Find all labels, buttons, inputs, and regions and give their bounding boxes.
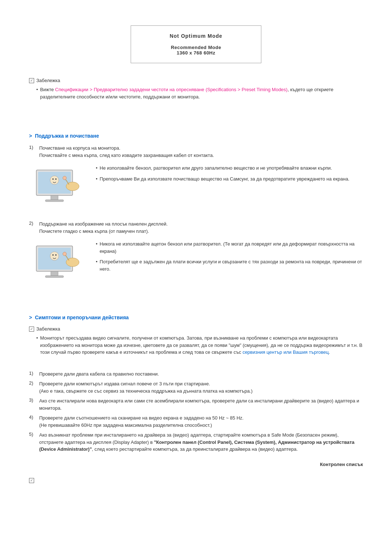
svg-rect-13 <box>45 276 64 278</box>
svg-point-6 <box>55 178 57 180</box>
section-symptoms-title: Симптоми и препоръчани действияa <box>35 315 128 320</box>
note-bullet-2: Мониторът пресъздава видео сигналите, по… <box>36 335 363 356</box>
cleaning-item-1: 1) Почистване на корпуса на монитора. По… <box>29 145 363 212</box>
cleaning-bullet-1-1: Не използвайте бензол, разтворител или д… <box>96 165 363 172</box>
section-symptoms-arrow: > <box>29 315 32 320</box>
check-text-2: Проверете дали компютърът издава сигнал … <box>39 380 253 394</box>
svg-point-4 <box>50 176 59 185</box>
cleaning-num-2: 2) <box>29 220 36 226</box>
note-content-2: Мониторът пресъздава видео сигналите, по… <box>36 335 363 356</box>
svg-point-14 <box>50 252 59 260</box>
check-text-2-main: Проверете дали компютърът издава сигнал … <box>39 380 253 388</box>
cleaning-bullets-1: Не използвайте бензол, разтворител или д… <box>96 165 363 212</box>
cleaning-bullet-text-1-2: Препоръчваме Ви да използвате почистващо… <box>100 175 350 183</box>
cleaning-title-2: Поддържане на изображение на плосък пане… <box>39 220 168 228</box>
monitor-image-2 <box>29 240 87 288</box>
cleaning-content-row-2: Никога не използвайте ацетон бензол или … <box>29 240 363 288</box>
cleaning-text-2: Поддържане на изображение на плосък пане… <box>39 220 168 235</box>
section-symptoms-header: > Симптоми и препоръчани действияa <box>29 315 363 320</box>
check-item-3: 3) Ако сте инсталирали нова видеокарта и… <box>29 397 363 412</box>
bottom-checkbox <box>29 478 363 483</box>
mode-box-title: Not Optimum Mode <box>146 33 246 39</box>
link-service-center[interactable]: сервизния център или Вашия търговец <box>242 349 328 355</box>
svg-point-16 <box>55 254 57 256</box>
checklist-footer-text: Контролен списък <box>320 462 363 467</box>
cleaning-bullet-2-1: Никога не използвайте ацетон бензол или … <box>96 240 363 255</box>
mode-box: Not Optimum Mode Recommended Mode 1360 x… <box>131 25 261 63</box>
checklist-footer: Контролен списък <box>29 462 363 467</box>
note-section-2: Забележка Мониторът пресъздава видео сиг… <box>29 326 363 356</box>
check-num-1: 1) <box>29 370 36 376</box>
svg-rect-3 <box>45 200 64 202</box>
note-bullet-text-1: Вижте Спецификации > Предварително задад… <box>40 86 363 100</box>
check-item-4: 4) Проверете дали съотношението на скани… <box>29 414 363 429</box>
cleaning-subtitle-2: Почистете гладко с мека кърпа (от памуче… <box>39 228 168 235</box>
checkbox-icon-2 <box>29 327 34 332</box>
cleaning-bullet-text-2-1: Никога не използвайте ацетон бензол или … <box>100 240 363 255</box>
monitor-svg-2 <box>31 242 85 286</box>
check-items: 1) Проверете дали двата кабела са правил… <box>29 370 363 453</box>
svg-point-5 <box>52 178 54 180</box>
cleaning-bullet-1-2: Препоръчваме Ви да използвате почистващо… <box>96 175 363 183</box>
cleaning-num-1: 1) <box>29 145 36 150</box>
mode-box-recommended-label: Recommended Mode <box>146 45 246 50</box>
svg-rect-12 <box>51 271 58 276</box>
svg-point-19 <box>63 252 66 256</box>
cleaning-bullets-2: Никога не използвайте ацетон бензол или … <box>96 240 363 288</box>
note-bullet-text-2: Мониторът пресъздава видео сигналите, по… <box>40 335 363 356</box>
cleaning-subtitle-1: Почиствайте с мека кърпа, след като изва… <box>39 152 214 159</box>
note-section-1: Забележка Вижте Спецификации > Предварит… <box>29 78 363 100</box>
check-num-4: 4) <box>29 414 36 420</box>
svg-point-9 <box>63 176 66 180</box>
page-container: Not Optimum Mode Recommended Mode 1360 x… <box>29 25 363 483</box>
note-label-2: Забележка <box>36 326 60 332</box>
cleaning-bullet-text-1-1: Не използвайте бензол, разтворител или д… <box>100 165 332 172</box>
note-label-1: Забележка <box>36 78 60 83</box>
check-text-4-main: Проверете дали съотношението на сканиран… <box>39 414 244 422</box>
checkbox-icon-bottom <box>29 478 34 483</box>
section-support-title: Поддръжка и почистване <box>35 133 99 139</box>
cleaning-item-2: 2) Поддържане на изображение на плосък п… <box>29 220 363 288</box>
check-text-1: Проверете дали двата кабела са правилно … <box>39 370 159 378</box>
check-text-2-sub: (Ако е така, свържете се със сервиз за т… <box>39 388 253 395</box>
cleaning-text-1: Почистване на корпуса на монитора. Почис… <box>39 145 214 159</box>
check-item-1: 1) Проверете дали двата кабела са правил… <box>29 370 363 378</box>
check-item-2: 2) Проверете дали компютърът издава сигн… <box>29 380 363 394</box>
note-bullet-1: Вижте Спецификации > Предварително задад… <box>36 86 363 100</box>
check-text-3: Ако сте инсталирали нова видеокарта или … <box>39 397 363 412</box>
check-text-4: Проверете дали съотношението на сканиран… <box>39 414 244 429</box>
check-text-4-sub: (Не превишавайте 60Hz при зададена макси… <box>39 422 244 429</box>
svg-point-15 <box>52 254 54 256</box>
note-content-1: Вижте Спецификации > Предварително задад… <box>36 86 363 100</box>
cleaning-content-row-1: Не използвайте бензол, разтворител или д… <box>29 165 363 212</box>
section-support-arrow: > <box>29 133 32 139</box>
cleaning-bullet-text-2-2: Потребителят ще е задължен да плати всич… <box>100 258 363 272</box>
monitor-image-1 <box>29 165 87 212</box>
note-header-1: Забележка <box>29 78 363 83</box>
cleaning-item-1-header: 1) Почистване на корпуса на монитора. По… <box>29 145 363 159</box>
cleaning-bullet-2-2: Потребителят ще е задължен да плати всич… <box>96 258 363 272</box>
check-text-5: Ако възникнат проблеми при инсталирането… <box>39 432 363 453</box>
check-text-5-bold: "Контролен панел (Control Panel), Систем… <box>39 439 355 452</box>
cleaning-title-1: Почистване на корпуса на монитора. <box>39 145 214 152</box>
checkbox-icon-1 <box>29 78 34 83</box>
monitor-svg-1 <box>31 166 85 210</box>
link-specifications[interactable]: Спецификации > Предварително зададени че… <box>55 87 287 92</box>
check-num-2: 2) <box>29 380 36 386</box>
check-num-5: 5) <box>29 432 36 437</box>
check-item-5: 5) Ако възникнат проблеми при инсталиран… <box>29 432 363 453</box>
note-header-2: Забележка <box>29 326 363 332</box>
cleaning-item-2-header: 2) Поддържане на изображение на плосък п… <box>29 220 363 235</box>
check-num-3: 3) <box>29 397 36 403</box>
section-support-header: > Поддръжка и почистване <box>29 133 363 139</box>
mode-box-resolution: 1360 x 768 60Hz <box>146 50 246 56</box>
svg-rect-2 <box>51 195 58 200</box>
